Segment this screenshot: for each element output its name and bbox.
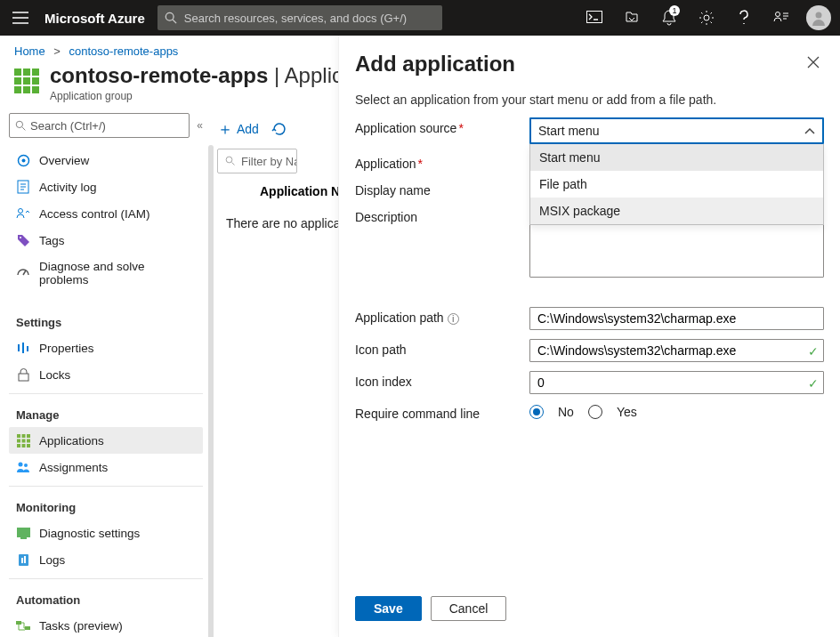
label-app-path: Application pathi <box>355 307 529 325</box>
sidebar-search[interactable]: Search (Ctrl+/) <box>9 113 190 138</box>
source-value: Start menu <box>538 124 599 138</box>
save-button[interactable]: Save <box>355 596 422 621</box>
properties-icon <box>16 341 30 355</box>
sidebar-label: Tasks (preview) <box>39 619 123 633</box>
svg-line-7 <box>22 127 25 130</box>
sidebar-label: Logs <box>39 553 65 567</box>
radio-no-label: No <box>558 405 574 419</box>
sidebar-section-settings: Settings <box>9 302 203 335</box>
sidebar-item-diag-settings[interactable]: Diagnostic settings <box>9 520 203 546</box>
svg-point-11 <box>19 209 23 214</box>
sidebar-item-tags[interactable]: Tags <box>9 227 203 254</box>
svg-point-4 <box>776 12 780 17</box>
svg-rect-35 <box>25 626 30 630</box>
logs-icon <box>16 552 30 567</box>
breadcrumb-home[interactable]: Home <box>14 44 45 58</box>
svg-rect-26 <box>27 444 30 448</box>
search-icon <box>165 12 177 24</box>
sidebar-item-applications[interactable]: Applications <box>9 427 203 454</box>
svg-rect-2 <box>587 12 602 23</box>
svg-line-1 <box>173 20 176 23</box>
sidebar-label: Access control (IAM) <box>39 207 150 221</box>
global-search[interactable]: Search resources, services, and docs (G+… <box>158 5 442 30</box>
settings-icon[interactable] <box>689 0 724 36</box>
sidebar-section-automation: Automation <box>9 578 203 612</box>
sidebar-label: Overview <box>39 154 89 167</box>
global-nav-toggle[interactable] <box>0 0 41 36</box>
directories-icon[interactable] <box>614 0 650 36</box>
svg-rect-19 <box>21 434 25 438</box>
svg-point-12 <box>20 237 21 238</box>
sidebar-label: Properties <box>39 342 94 355</box>
source-dropdown[interactable]: Start menu <box>529 117 824 144</box>
label-icon-path: Icon path <box>355 339 529 357</box>
dropdown-option-file-path[interactable]: File path <box>530 171 823 198</box>
app-group-icon <box>14 69 39 93</box>
icon-index-input[interactable] <box>529 371 824 394</box>
radio-no[interactable] <box>529 405 544 419</box>
notification-badge: 1 <box>669 5 680 16</box>
overview-icon <box>16 153 30 167</box>
user-avatar[interactable] <box>806 5 831 30</box>
svg-point-0 <box>166 12 174 20</box>
add-button[interactable]: ＋ Add <box>217 118 259 140</box>
sidebar-search-placeholder: Search (Ctrl+/) <box>30 119 106 133</box>
svg-rect-30 <box>20 537 27 539</box>
svg-rect-17 <box>19 374 28 381</box>
iam-icon <box>16 206 30 221</box>
svg-rect-34 <box>16 621 21 625</box>
close-icon[interactable] <box>803 52 824 73</box>
feedback-icon[interactable] <box>763 0 799 36</box>
sidebar-item-properties[interactable]: Properties <box>9 335 203 361</box>
info-icon[interactable]: i <box>448 313 459 325</box>
app-path-input[interactable] <box>529 307 824 330</box>
svg-rect-32 <box>21 558 23 563</box>
svg-line-37 <box>232 163 235 165</box>
filter-input[interactable]: Filter by Name <box>217 149 297 173</box>
svg-point-3 <box>704 15 709 20</box>
svg-point-5 <box>816 12 822 19</box>
sidebar-item-tasks[interactable]: Tasks (preview) <box>9 612 203 637</box>
sidebar-label: Assignments <box>39 461 108 474</box>
flyout-intro: Select an application from your start me… <box>355 93 824 107</box>
global-search-placeholder: Search resources, services, and docs (G+… <box>184 12 407 25</box>
sidebar-label: Applications <box>39 434 104 448</box>
sidebar-section-manage: Manage <box>9 393 203 427</box>
sidebar-item-locks[interactable]: Locks <box>9 361 203 388</box>
svg-point-9 <box>21 158 25 162</box>
sidebar-item-activity-log[interactable]: Activity log <box>9 173 203 200</box>
help-icon[interactable] <box>726 0 762 36</box>
cancel-button[interactable]: Cancel <box>431 596 507 621</box>
diag-settings-icon <box>16 526 30 540</box>
refresh-button[interactable] <box>271 121 287 137</box>
collapse-sidebar-icon[interactable]: « <box>197 119 203 132</box>
flyout-title: Add application <box>355 52 515 77</box>
notifications-icon[interactable]: 1 <box>651 0 687 36</box>
svg-rect-23 <box>27 439 30 442</box>
sidebar-item-overview[interactable]: Overview <box>9 147 203 173</box>
radio-yes[interactable] <box>588 405 602 419</box>
sidebar-item-assignments[interactable]: Assignments <box>9 454 203 480</box>
cloud-shell-icon[interactable] <box>577 0 612 36</box>
sidebar-item-iam[interactable]: Access control (IAM) <box>9 200 203 227</box>
dropdown-option-msix[interactable]: MSIX package <box>530 198 823 224</box>
icon-path-input[interactable] <box>529 339 824 362</box>
sidebar-section-monitoring: Monitoring <box>9 486 203 520</box>
filter-placeholder: Filter by Name <box>241 155 297 168</box>
locks-icon <box>16 367 30 382</box>
sidebar-item-logs[interactable]: Logs <box>9 546 203 573</box>
label-require-cmd: Require command line <box>355 403 529 421</box>
label-application: Application* <box>355 153 529 171</box>
diagnose-icon <box>16 266 30 280</box>
plus-icon: ＋ <box>217 118 233 140</box>
tags-icon <box>16 233 30 247</box>
dropdown-option-start-menu[interactable]: Start menu <box>530 144 823 171</box>
svg-point-36 <box>226 157 232 163</box>
breadcrumb-item[interactable]: contoso-remote-apps <box>69 44 179 58</box>
chevron-up-icon <box>804 127 815 134</box>
svg-rect-29 <box>17 528 30 537</box>
sidebar-item-diagnose[interactable]: Diagnose and solve problems <box>9 254 203 293</box>
sidebar-label: Activity log <box>39 181 97 194</box>
valid-check-icon: ✓ <box>808 344 819 359</box>
svg-rect-22 <box>21 439 25 442</box>
